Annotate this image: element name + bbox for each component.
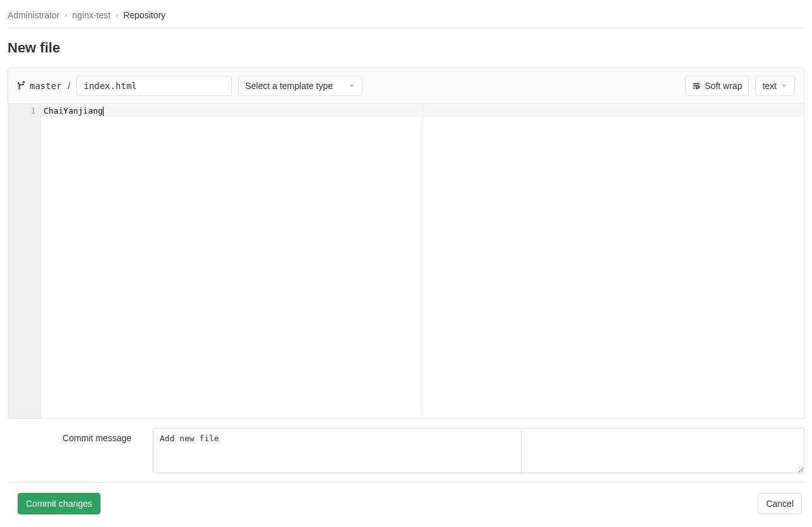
breadcrumb-separator: ›: [64, 11, 67, 20]
commit-message-input[interactable]: [153, 428, 521, 473]
code-line: ChaiYanjiang: [44, 106, 104, 115]
print-margin-line: [422, 104, 423, 418]
template-select-label: Select a template type: [245, 81, 333, 91]
commit-message-label: Commit message: [8, 428, 134, 443]
filetype-label: text: [762, 81, 777, 91]
breadcrumb: Administrator › nginx-test › Repository: [8, 8, 804, 28]
branch-icon: [17, 81, 26, 90]
commit-description-input[interactable]: [521, 428, 804, 473]
line-number-gutter: 1: [8, 104, 41, 418]
page-title: New file: [8, 40, 804, 56]
commit-changes-button[interactable]: Commit changes: [18, 493, 100, 514]
wrap-icon: [692, 81, 701, 90]
action-bar: Commit changes Cancel: [8, 482, 804, 521]
editor-container: master / Select a template type Soft wra…: [8, 68, 804, 419]
filename-input[interactable]: [76, 76, 232, 96]
template-type-select[interactable]: Select a template type: [238, 76, 362, 96]
breadcrumb-separator: ›: [116, 11, 118, 20]
line-number: 1: [8, 105, 35, 117]
soft-wrap-button[interactable]: Soft wrap: [685, 76, 749, 96]
editor-body: 1 ChaiYanjiang: [8, 104, 804, 418]
filetype-select[interactable]: text: [755, 76, 795, 96]
commit-message-section: Commit message: [8, 419, 804, 482]
editor-header: master / Select a template type Soft wra…: [8, 68, 804, 104]
branch-label: master: [17, 81, 62, 91]
breadcrumb-link-owner[interactable]: Administrator: [8, 10, 59, 20]
code-editor[interactable]: ChaiYanjiang: [41, 104, 804, 418]
cancel-button[interactable]: Cancel: [758, 493, 802, 514]
commit-textarea-group: [153, 428, 804, 473]
breadcrumb-current: Repository: [123, 10, 165, 20]
branch-name: master: [30, 81, 62, 91]
path-separator: /: [68, 81, 71, 91]
chevron-down-icon: [348, 82, 355, 90]
breadcrumb-link-project[interactable]: nginx-test: [72, 10, 110, 20]
soft-wrap-label: Soft wrap: [705, 81, 742, 91]
chevron-down-icon: [780, 82, 788, 90]
